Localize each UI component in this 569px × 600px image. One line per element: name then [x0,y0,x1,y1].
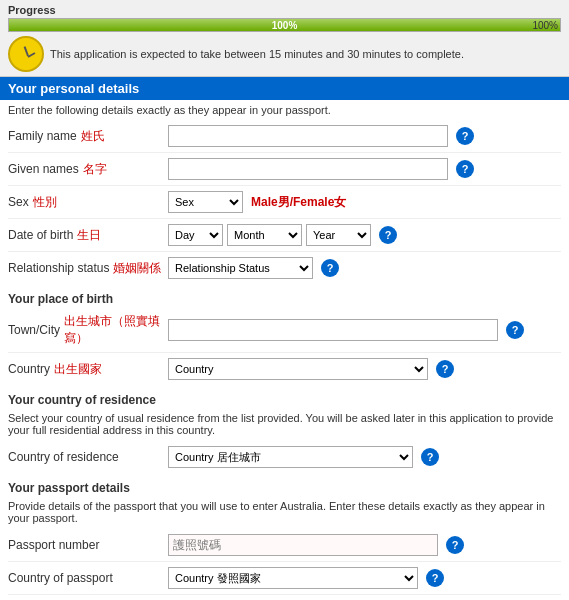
dob-row: Date of birth 生日 Day Month Year ? [8,219,561,252]
family-name-input[interactable] [168,125,448,147]
country-birth-select[interactable]: Country [168,358,428,380]
sex-select[interactable]: Sex Male Female [168,191,243,213]
residence-section: Select your country of usual residence f… [0,409,569,473]
dob-year-select[interactable]: Year [306,224,371,246]
given-names-help-icon[interactable]: ? [456,160,474,178]
place-of-birth-form: Town/City 出生城市（照實填寫） ? Country 出生國家 Coun… [0,308,569,385]
passport-number-label: Passport number [8,538,168,552]
passport-number-help-icon[interactable]: ? [446,536,464,554]
given-names-label: Given names 名字 [8,161,168,178]
relationship-status-select[interactable]: Relationship Status [168,257,313,279]
country-birth-label: Country 出生國家 [8,361,168,378]
town-cn: 出生城市（照實填寫） [64,313,168,347]
dob-cn: 生日 [77,227,101,244]
relationship-help-icon[interactable]: ? [321,259,339,277]
country-passport-controls: Country 發照國家 ? [168,567,561,589]
progress-section: Progress 100% 100% This application is e… [0,0,569,77]
given-names-row: Given names 名字 ? [8,153,561,186]
country-birth-cn: 出生國家 [54,361,102,378]
progress-bar-container: 100% 100% [8,18,561,32]
town-row: Town/City 出生城市（照實填寫） ? [8,308,561,353]
dob-help-icon[interactable]: ? [379,226,397,244]
passport-desc: Provide details of the passport that you… [0,497,569,529]
given-names-input[interactable] [168,158,448,180]
passport-instruction: Enter the following details exactly as t… [0,100,569,120]
dob-day-select[interactable]: Day [168,224,223,246]
residence-help-icon[interactable]: ? [421,448,439,466]
residence-desc: Select your country of usual residence f… [8,409,561,441]
dob-label: Date of birth 生日 [8,227,168,244]
town-label: Town/City 出生城市（照實填寫） [8,313,168,347]
passport-number-input[interactable] [168,534,438,556]
given-names-controls: ? [168,158,561,180]
country-birth-help-icon[interactable]: ? [436,360,454,378]
sex-label: Sex 性別 [8,194,168,211]
family-name-label: Family name 姓氏 [8,128,168,145]
rel-cn: 婚姻關係 [113,260,161,277]
dob-controls: Day Month Year ? [168,224,561,246]
sex-row: Sex 性別 Sex Male Female Male男/Female女 [8,186,561,219]
residence-label: Country of residence [8,450,168,464]
country-birth-row: Country 出生國家 Country ? [8,353,561,385]
country-passport-label: Country of passport [8,571,168,585]
sex-display-text: Male男/Female女 [251,194,346,211]
family-name-row: Family name 姓氏 ? [8,120,561,153]
town-input[interactable] [168,319,498,341]
residence-header: Your country of residence [0,385,569,409]
place-of-birth-header: Your place of birth [0,284,569,308]
personal-details-header: Your personal details [0,77,569,100]
relationship-status-row: Relationship status 婚姻關係 Relationship St… [8,252,561,284]
relationship-status-label: Relationship status 婚姻關係 [8,260,168,277]
sex-controls: Sex Male Female Male男/Female女 [168,191,561,213]
progress-label: Progress [8,4,561,16]
clock-icon [8,36,44,72]
country-passport-select[interactable]: Country 發照國家 [168,567,418,589]
country-passport-row: Country of passport Country 發照國家 ? [8,562,561,595]
progress-time-text: This application is expected to take bet… [50,48,464,60]
residence-controls: Country 居住城市 ? [168,446,561,468]
family-name-help-icon[interactable]: ? [456,127,474,145]
country-birth-controls: Country ? [168,358,561,380]
family-name-cn: 姓氏 [81,128,105,145]
given-names-cn: 名字 [83,161,107,178]
relationship-status-controls: Relationship Status ? [168,257,561,279]
town-controls: ? [168,319,561,341]
town-help-icon[interactable]: ? [506,321,524,339]
personal-details-form: Family name 姓氏 ? Given names 名字 ? Sex 性別… [0,120,569,284]
passport-number-row: Passport number ? [8,529,561,562]
residence-select[interactable]: Country 居住城市 [168,446,413,468]
sex-cn: 性別 [33,194,57,211]
dob-month-select[interactable]: Month [227,224,302,246]
progress-icon-area: This application is expected to take bet… [8,32,561,74]
passport-form: Passport number ? Country of passport Co… [0,529,569,600]
progress-percent-right: 100% [532,19,558,33]
passport-number-controls: ? [168,534,561,556]
family-name-controls: ? [168,125,561,147]
passport-details-header: Your passport details [0,473,569,497]
residence-row: Country of residence Country 居住城市 ? [8,441,561,473]
progress-bar-fill: 100% [9,19,560,31]
country-passport-help-icon[interactable]: ? [426,569,444,587]
nationality-row: Nationality of passport holder Country 護… [8,595,561,600]
progress-fill-text: 100% [272,20,298,31]
